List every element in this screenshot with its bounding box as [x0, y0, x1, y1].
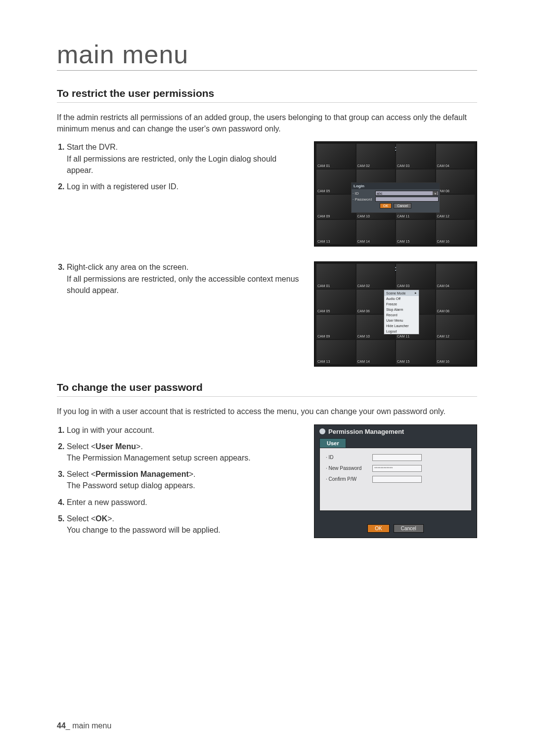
figure-login-screenshot: 2013-01-01 01:10:25 Login: [314, 141, 477, 247]
pm-id-label: · ID: [326, 455, 367, 460]
login-password-label: · Password: [353, 197, 373, 202]
cam-tile: [316, 220, 356, 244]
cam-tile: [436, 315, 475, 339]
cam-tile: [436, 264, 475, 288]
pw-step-2: Select <User Menu>. The Permission Manag…: [67, 441, 305, 463]
step-2: Log in with a registered user ID.: [67, 181, 305, 192]
pm-ok-button[interactable]: OK: [367, 524, 389, 533]
section-heading-restrict: To restrict the user permissions: [57, 87, 477, 103]
pm-confirmpw-field[interactable]: [372, 476, 422, 483]
pm-id-field[interactable]: [372, 454, 422, 461]
chevron-down-icon: ▾: [433, 191, 438, 195]
tab-user[interactable]: User: [319, 438, 346, 448]
login-cancel-button[interactable]: Cancel: [394, 203, 411, 209]
cam-tile: [396, 264, 435, 288]
login-id-label: · ID: [353, 191, 373, 196]
context-menu-item[interactable]: Logout: [384, 329, 419, 334]
cam-tile: [316, 264, 356, 288]
login-id-dropdown[interactable]: abc▾: [375, 191, 439, 196]
step-1-line2: If all permissions are restricted, only …: [67, 155, 276, 174]
login-password-field[interactable]: [375, 197, 439, 202]
section-heading-password: To change the user password: [57, 381, 477, 397]
pw-step-5: Select <OK>. You change to the password …: [67, 513, 305, 536]
cam-tile: [396, 340, 435, 364]
step-1: Start the DVR. If all permissions are re…: [67, 141, 305, 176]
page-number: 44: [57, 721, 66, 730]
cam-tile: [436, 195, 475, 219]
pm-newpw-field[interactable]: ************: [372, 465, 422, 472]
step-3-line1: Right-click any area on the screen.: [67, 263, 188, 271]
pw-step-4: Enter a new password.: [67, 497, 305, 508]
step-3-line2: If all permissions are restricted, only …: [67, 275, 299, 294]
login-ok-button[interactable]: OK: [380, 203, 392, 209]
page-footer: 44_ main menu: [57, 721, 111, 730]
permission-management-dialog: Permission Management User · ID · New Pa…: [314, 424, 477, 538]
figure-contextmenu-screenshot: 2013-01-01 01:10:25 Scene Mode▸: [314, 261, 477, 367]
cam-tile: [436, 340, 475, 364]
context-menu: Scene Mode▸ Audio Off Freeze Stop Alarm …: [384, 290, 419, 335]
cam-tile: [356, 264, 396, 288]
section1-intro: If the admin restricts all permissions o…: [57, 112, 477, 134]
cam-tile: [436, 290, 475, 314]
step-1-line1: Start the DVR.: [67, 143, 118, 151]
pm-pane: · ID · New Password ************ · Confi…: [319, 448, 472, 511]
context-menu-item[interactable]: Freeze: [384, 301, 419, 307]
context-menu-item[interactable]: Audio Off: [384, 296, 419, 301]
pm-newpw-label: · New Password: [326, 465, 367, 471]
cam-tile: [316, 144, 356, 168]
cam-tile: [356, 144, 396, 168]
cam-tile: [316, 340, 356, 364]
pm-confirmpw-label: · Confirm P/W: [326, 476, 367, 482]
chapter-title: main menu: [57, 40, 477, 71]
cam-tile: [316, 169, 356, 194]
login-dialog: Login · ID abc▾ · Password OK Cancel: [351, 182, 440, 213]
context-menu-item[interactable]: Record: [384, 312, 419, 318]
pm-title-text: Permission Management: [328, 428, 404, 435]
cam-tile: [396, 220, 435, 244]
context-menu-item[interactable]: Scene Mode▸: [384, 290, 419, 296]
cam-tile: [436, 220, 475, 244]
cam-tile: [356, 340, 396, 364]
section2-intro: If you log in with a user account that i…: [57, 406, 477, 417]
pm-cancel-button[interactable]: Cancel: [394, 524, 424, 533]
context-menu-item[interactable]: Hide Launcher: [384, 323, 419, 329]
pw-step-3: Select <Permission Management>. The Pass…: [67, 468, 305, 491]
footer-label: main menu: [72, 721, 111, 730]
context-menu-item[interactable]: User Menu: [384, 318, 419, 323]
cam-tile: [396, 144, 435, 168]
pw-step-1: Log in with your account.: [67, 424, 305, 436]
cam-tile: [316, 195, 356, 219]
cam-tile: [436, 169, 475, 194]
context-menu-item[interactable]: Stop Alarm: [384, 307, 419, 312]
step-3: Right-click any area on the screen. If a…: [67, 261, 305, 296]
cam-tile: [436, 144, 475, 168]
cam-tile: [316, 290, 356, 314]
user-icon: [319, 428, 325, 434]
login-dialog-title: Login: [352, 183, 440, 189]
cam-tile: [316, 315, 356, 339]
chevron-right-icon: ▸: [415, 291, 417, 295]
cam-tile: [356, 220, 396, 244]
